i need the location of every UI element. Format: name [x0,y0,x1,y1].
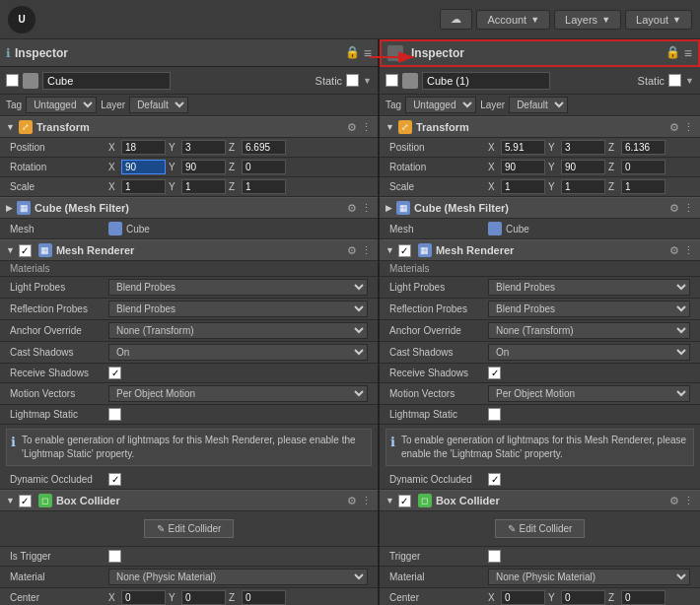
right-rot-x-input[interactable] [501,160,545,174]
left-castshadows-select[interactable]: On [108,344,368,361]
right-position-xyz: X Y Z [488,140,690,155]
right-receiveshadows-checkbox[interactable] [488,367,501,379]
cloud-button[interactable]: ☁ [440,9,472,30]
right-boxcollider-settings-icon[interactable]: ⚙ [669,495,679,507]
left-meshfilter-more-icon[interactable]: ⋮ [361,202,372,215]
right-meshrenderer-settings-icon[interactable]: ⚙ [669,244,679,257]
left-tag-layer-row: Tag Untagged Layer Default [0,95,378,116]
left-object-name-input[interactable] [42,72,171,90]
right-rot-z-input[interactable] [621,160,665,174]
left-reflection-select[interactable]: Blend Probes [108,301,368,317]
left-dynamic-checkbox[interactable] [108,473,121,486]
left-static-checkbox[interactable] [346,74,359,87]
left-rot-x-input[interactable] [121,160,166,174]
right-object-active-checkbox[interactable] [385,74,398,87]
left-boxcollider-more-icon[interactable]: ⋮ [361,495,372,507]
right-menu-icon[interactable]: ≡ [684,45,692,61]
left-meshrenderer-header[interactable]: ▼ ▦ Mesh Renderer ⚙ ⋮ [0,239,378,261]
right-meshrenderer-header[interactable]: ▼ ▦ Mesh Renderer ⚙ ⋮ [380,239,700,261]
right-static-label: Static [638,75,665,87]
left-object-active-checkbox[interactable] [6,74,19,87]
right-tag-select[interactable]: Untagged [405,97,476,113]
left-rot-y-input[interactable] [181,160,226,174]
left-meshrenderer-more-icon[interactable]: ⋮ [361,244,372,257]
account-button[interactable]: Account ▼ [476,10,550,30]
right-anchor-select[interactable]: None (Transform) [488,322,690,339]
left-trigger-checkbox[interactable] [108,550,121,563]
left-pos-z-label: Z [229,142,239,153]
right-trigger-checkbox[interactable] [488,550,501,563]
left-boxcollider-header[interactable]: ▼ ◻ Box Collider ⚙ ⋮ [0,490,378,511]
right-collider-material-select[interactable]: None (Physic Material) [488,569,690,585]
left-pos-x-input[interactable] [121,140,166,155]
right-pos-y-input[interactable] [561,140,605,155]
right-reflection-select[interactable]: Blend Probes [488,301,690,317]
right-layer-select[interactable]: Default [509,97,568,113]
right-object-name-input[interactable] [422,72,550,90]
left-receiveshadows-checkbox[interactable] [108,367,121,379]
right-scale-y-input[interactable] [561,179,605,194]
left-trigger-label: Is Trigger [10,551,108,562]
right-rot-y-input[interactable] [561,160,605,174]
right-transform-settings-icon[interactable]: ⚙ [669,121,679,134]
left-collider-material-select[interactable]: None (Physic Material) [108,569,368,585]
right-boxcollider-checkbox[interactable] [398,495,411,507]
left-transform-header[interactable]: ▼ ⤢ Transform ⚙ ⋮ [0,116,378,138]
left-meshfilter-header[interactable]: ▶ ▦ Cube (Mesh Filter) ⚙ ⋮ [0,197,378,219]
right-transform-more-icon[interactable]: ⋮ [683,121,694,134]
right-scale-x-input[interactable] [501,179,545,194]
left-center-y-input[interactable] [181,590,226,605]
left-scale-x-input[interactable] [121,179,166,194]
right-scale-z-input[interactable] [621,179,665,194]
layers-button[interactable]: Layers ▼ [554,10,621,30]
left-pos-y-input[interactable] [181,140,226,155]
right-meshrenderer-checkbox[interactable] [398,244,411,257]
right-boxcollider-header[interactable]: ▼ ◻ Box Collider ⚙ ⋮ [380,490,700,511]
right-static-checkbox[interactable] [668,74,681,87]
right-pos-x-input[interactable] [501,140,545,155]
left-edit-collider-button[interactable]: ✎ Edit Collider [144,519,235,538]
right-boxcollider-more-icon[interactable]: ⋮ [683,495,694,507]
right-pos-x-label: X [488,142,498,153]
right-meshfilter-settings-icon[interactable]: ⚙ [669,202,679,215]
right-pos-z-input[interactable] [621,140,665,155]
left-scale-y-input[interactable] [181,179,226,194]
left-meshrenderer-settings-icon[interactable]: ⚙ [347,244,357,257]
right-light-probes-select[interactable]: Blend Probes [488,279,690,296]
left-center-x-input[interactable] [121,590,166,605]
left-light-probes-select[interactable]: Blend Probes [108,279,368,296]
left-scale-z-input[interactable] [242,179,286,194]
left-meshrenderer-checkbox[interactable] [19,244,32,257]
left-transform-more-icon[interactable]: ⋮ [361,121,372,134]
right-lock-icon[interactable]: 🔒 [665,45,680,61]
right-meshfilter-header[interactable]: ▶ ▦ Cube (Mesh Filter) ⚙ ⋮ [380,197,700,219]
left-motionvectors-select[interactable]: Per Object Motion [108,385,368,402]
left-boxcollider-settings-icon[interactable]: ⚙ [347,495,357,507]
left-layer-select[interactable]: Default [129,97,188,113]
right-dynamic-checkbox[interactable] [488,473,501,486]
right-center-z-input[interactable] [621,590,665,605]
left-rot-z-input[interactable] [242,160,286,174]
left-lightmap-checkbox[interactable] [108,408,121,421]
left-info-icon: ℹ [11,435,16,449]
left-transform-settings-icon[interactable]: ⚙ [347,121,357,134]
right-static-arrow-icon[interactable]: ▼ [685,76,694,86]
right-edit-collider-button[interactable]: ✎ Edit Collider [495,519,586,538]
layout-button[interactable]: Layout ▼ [625,10,692,30]
left-meshfilter-settings-icon[interactable]: ⚙ [347,202,357,215]
right-lightmap-checkbox[interactable] [488,408,501,421]
left-boxcollider-checkbox[interactable] [19,495,32,507]
left-anchor-select[interactable]: None (Transform) [108,322,368,339]
left-tag-select[interactable]: Untagged [26,97,97,113]
right-meshfilter-more-icon[interactable]: ⋮ [683,202,694,215]
right-motionvectors-select[interactable]: Per Object Motion [488,385,690,402]
left-pos-z-input[interactable] [242,140,286,155]
right-center-x-input[interactable] [501,590,545,605]
lock-icon[interactable]: 🔒 [345,45,360,61]
right-meshrenderer-more-icon[interactable]: ⋮ [683,244,694,257]
right-castshadows-select[interactable]: On [488,344,690,361]
right-center-y-input[interactable] [561,590,605,605]
left-static-arrow-icon[interactable]: ▼ [363,76,372,86]
right-transform-header[interactable]: ▼ ⤢ Transform ⚙ ⋮ [380,116,700,138]
left-center-z-input[interactable] [242,590,286,605]
